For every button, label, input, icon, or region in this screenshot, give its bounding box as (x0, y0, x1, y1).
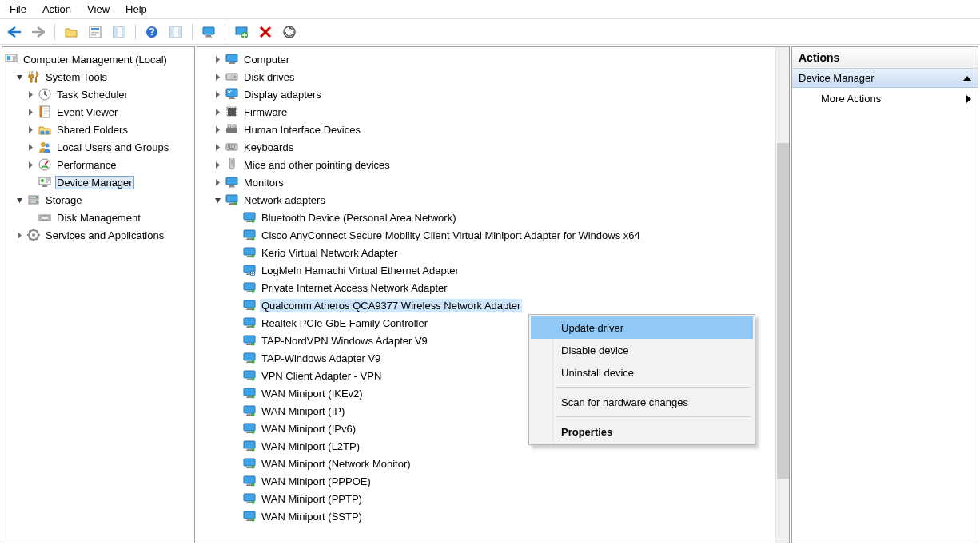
cat-network-adapters[interactable]: Network adapters (197, 191, 789, 209)
node-label: Cisco AnyConnect Secure Mobility Client … (260, 229, 642, 242)
update-driver-button[interactable] (280, 22, 299, 42)
cat-monitors[interactable]: Monitors (197, 173, 789, 191)
ctx-uninstall-device[interactable]: Uninstall device (531, 361, 753, 384)
tree-shared-folders[interactable]: Shared Folders (2, 121, 194, 138)
ctx-properties[interactable]: Properties (531, 420, 753, 443)
device-tree-pane: Computer Disk drives Display adapters Fi… (197, 46, 790, 543)
dev-cisco[interactable]: Cisco AnyConnect Secure Mobility Client … (197, 226, 789, 244)
node-label: Computer Management (Local) (22, 53, 169, 66)
tools-icon (26, 70, 41, 84)
node-label: Monitors (242, 176, 285, 189)
details-button[interactable] (166, 22, 185, 42)
actions-heading-label: Device Manager (799, 72, 874, 84)
cat-keyboards[interactable]: Keyboards (197, 138, 789, 156)
collapse-icon[interactable] (14, 71, 25, 82)
forward-button[interactable] (29, 22, 48, 42)
tree-computer-management[interactable]: Computer Management (Local) (2, 50, 194, 68)
cat-display-adapters[interactable]: Display adapters (197, 86, 789, 103)
node-label: VPN Client Adapter - VPN (260, 369, 383, 383)
tree-local-users[interactable]: Local Users and Groups (2, 138, 194, 156)
expand-icon[interactable] (25, 89, 36, 100)
tree-disk-management[interactable]: Disk Management (2, 209, 194, 226)
expand-icon[interactable] (14, 229, 25, 241)
expand-icon[interactable] (212, 54, 223, 65)
expand-icon[interactable] (25, 141, 36, 153)
collapse-icon[interactable] (14, 194, 25, 205)
expand-icon[interactable] (212, 71, 223, 82)
no-expand (25, 177, 36, 188)
chevron-right-icon (966, 95, 971, 103)
ctx-separator (556, 387, 751, 388)
computer-icon (225, 52, 239, 66)
tree-device-manager[interactable]: Device Manager (2, 173, 194, 191)
node-label: Bluetooth Device (Personal Area Network) (260, 211, 458, 225)
ctx-disable-device[interactable]: Disable device (531, 339, 753, 361)
expand-icon[interactable] (212, 106, 223, 117)
node-label: Performance (55, 158, 118, 172)
folder-button[interactable] (62, 22, 81, 42)
dev-wan-pptp[interactable]: WAN Miniport (PPTP) (197, 490, 789, 507)
node-label: WAN Miniport (PPTP) (260, 492, 364, 506)
expand-icon[interactable] (25, 106, 36, 117)
dev-wan-pppoe[interactable]: WAN Miniport (PPPOE) (197, 472, 789, 490)
add-hardware-button[interactable] (232, 22, 251, 42)
expand-icon[interactable] (212, 141, 223, 153)
no-expand (25, 212, 36, 223)
drive-icon (225, 70, 239, 84)
cat-disk-drives[interactable]: Disk drives (197, 68, 789, 86)
scrollbar-thumb[interactable] (777, 143, 789, 479)
collapse-icon[interactable] (212, 194, 223, 205)
dev-bluetooth[interactable]: Bluetooth Device (Personal Area Network) (197, 209, 789, 226)
cat-firmware[interactable]: Firmware (197, 103, 789, 121)
properties-button[interactable] (86, 22, 105, 42)
dev-wan-nm[interactable]: WAN Miniport (Network Monitor) (197, 455, 789, 472)
back-button[interactable] (5, 22, 24, 42)
tree-services-apps[interactable]: Services and Applications (2, 226, 194, 244)
net-icon (242, 404, 257, 418)
node-label: LogMeIn Hamachi Virtual Ethernet Adapter (260, 264, 460, 277)
ctx-update-driver[interactable]: Update driver (531, 316, 753, 339)
net-icon (242, 421, 257, 436)
cat-mice[interactable]: Mice and other pointing devices (197, 156, 789, 173)
dev-logmein[interactable]: LogMeIn Hamachi Virtual Ethernet Adapter (197, 261, 789, 279)
help-button[interactable] (142, 22, 161, 42)
tree-performance[interactable]: Performance (2, 156, 194, 173)
net-icon (242, 245, 257, 260)
node-label: Disk drives (242, 70, 297, 84)
uninstall-button[interactable] (256, 22, 275, 42)
ctx-scan-hardware[interactable]: Scan for hardware changes (531, 391, 753, 413)
dev-wan-sstp[interactable]: WAN Miniport (SSTP) (197, 507, 789, 525)
pane-button[interactable] (110, 22, 129, 42)
menu-view[interactable]: View (79, 2, 118, 17)
tree-task-scheduler[interactable]: Task Scheduler (2, 86, 194, 103)
menu-file[interactable]: File (2, 2, 34, 17)
expand-icon[interactable] (212, 177, 223, 188)
actions-heading[interactable]: Device Manager (792, 69, 978, 88)
menu-help[interactable]: Help (118, 2, 155, 17)
ctx-separator (556, 416, 751, 417)
scan-hardware-button[interactable] (199, 22, 218, 42)
actions-more[interactable]: More Actions (792, 88, 978, 109)
tree-storage[interactable]: Storage (2, 191, 194, 209)
net-icon (242, 210, 257, 225)
context-menu: Update driver Disable device Uninstall d… (528, 314, 755, 445)
dev-pia[interactable]: Private Internet Access Network Adapter (197, 279, 789, 296)
expand-icon[interactable] (25, 159, 36, 170)
tree-event-viewer[interactable]: Event Viewer (2, 103, 194, 121)
net-icon (242, 333, 257, 348)
cat-computer[interactable]: Computer (197, 50, 789, 68)
dev-kerio[interactable]: Kerio Virtual Network Adapter (197, 244, 789, 261)
node-label: Private Internet Access Network Adapter (260, 281, 449, 295)
expand-icon[interactable] (25, 124, 36, 135)
cat-hid[interactable]: Human Interface Devices (197, 121, 789, 138)
net-icon (242, 316, 257, 330)
node-label: WAN Miniport (IP) (260, 404, 346, 418)
dev-atheros[interactable]: Qualcomm Atheros QCA9377 Wireless Networ… (197, 296, 789, 314)
expand-icon[interactable] (212, 124, 223, 135)
expand-icon[interactable] (212, 89, 223, 100)
tree-system-tools[interactable]: System Tools (2, 68, 194, 86)
toolbar-separator (54, 24, 55, 40)
expand-icon[interactable] (212, 159, 223, 170)
scrollbar[interactable] (775, 47, 789, 543)
menu-action[interactable]: Action (34, 2, 79, 17)
